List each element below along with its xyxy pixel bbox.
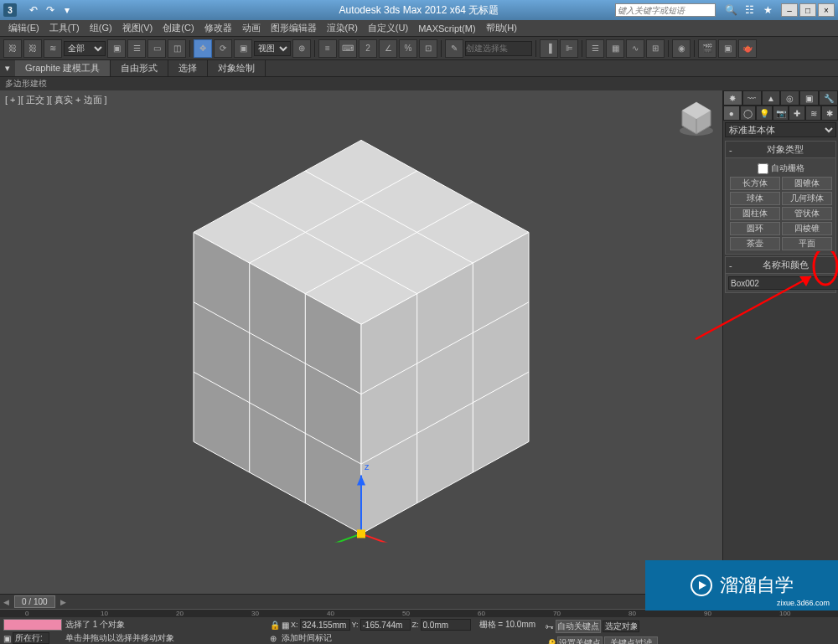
current-row-input[interactable] xyxy=(13,632,49,644)
redo-icon[interactable]: ↷ xyxy=(44,3,57,17)
select-object-btn[interactable]: ▣ xyxy=(107,39,126,58)
category-dropdown[interactable]: 标准基本体 xyxy=(725,122,836,137)
snap-percent-btn[interactable]: % xyxy=(399,39,417,58)
modify-tab[interactable]: 〰 xyxy=(742,90,762,106)
layer-manager-btn[interactable]: ☰ xyxy=(586,39,604,58)
edit-named-sel-btn[interactable]: ✎ xyxy=(445,39,463,58)
shapes-subtab[interactable]: ◯ xyxy=(740,106,757,121)
systems-subtab[interactable]: ✱ xyxy=(821,106,838,121)
y-coord-input[interactable] xyxy=(360,619,411,631)
menu-group[interactable]: 组(G) xyxy=(85,20,117,36)
tab-graphite[interactable]: Graphite 建模工具 xyxy=(15,60,111,76)
motion-tab[interactable]: ◎ xyxy=(780,90,799,106)
close-button[interactable]: × xyxy=(818,3,835,17)
prim-pyramid[interactable]: 四棱锥 xyxy=(782,222,832,235)
rendered-frame-btn[interactable]: ▣ xyxy=(718,39,737,58)
selection-region-btn[interactable]: ▭ xyxy=(147,39,166,58)
object-name-input[interactable] xyxy=(728,276,838,290)
keyfilter-button[interactable]: 关键点过滤器... xyxy=(604,636,658,644)
comm-center-icon[interactable]: ☷ xyxy=(742,3,756,17)
spacewarps-subtab[interactable]: ≋ xyxy=(805,106,822,121)
named-selection-input[interactable] xyxy=(465,41,532,56)
select-scale-btn[interactable]: ▣ xyxy=(234,39,252,58)
material-editor-btn[interactable]: ◉ xyxy=(672,39,691,58)
cameras-subtab[interactable]: 📷 xyxy=(773,106,789,121)
prim-teapot[interactable]: 茶壶 xyxy=(730,237,780,250)
scene-object-box[interactable]: z x y xyxy=(168,131,554,544)
select-rotate-btn[interactable]: ⟳ xyxy=(214,39,232,58)
menu-customize[interactable]: 自定义(U) xyxy=(363,20,413,36)
prim-plane[interactable]: 平面 xyxy=(782,237,832,250)
window-crossing-toggle[interactable]: ◫ xyxy=(168,39,186,58)
ribbon-expand-icon[interactable]: ▾ xyxy=(0,61,15,75)
search-icon[interactable]: 🔍 xyxy=(724,3,737,17)
lights-subtab[interactable]: 💡 xyxy=(756,106,773,121)
mirror-btn[interactable]: ▐ xyxy=(540,39,558,58)
render-production-btn[interactable]: 🫖 xyxy=(738,39,757,58)
menu-maxscript[interactable]: MAXScript(M) xyxy=(413,22,480,35)
curve-editor-btn[interactable]: ∿ xyxy=(626,39,644,58)
menu-help[interactable]: 帮助(H) xyxy=(481,20,522,36)
select-move-btn[interactable]: ✥ xyxy=(194,39,212,58)
display-tab[interactable]: ▣ xyxy=(799,90,819,106)
prim-torus[interactable]: 圆环 xyxy=(730,222,780,235)
helpers-subtab[interactable]: ✚ xyxy=(789,106,805,121)
tab-selection[interactable]: 选择 xyxy=(168,60,208,76)
mini-listener-icon[interactable]: ▣ xyxy=(3,634,11,643)
link-icon[interactable]: ▾ xyxy=(60,3,74,17)
viewport[interactable]: [ + ][ 正交 ][ 真实 + 边面 ] xyxy=(0,90,722,626)
timemark-icon[interactable]: ⊕ xyxy=(270,634,277,643)
undo-icon[interactable]: ↶ xyxy=(27,3,40,17)
prim-sphere[interactable]: 球体 xyxy=(730,192,780,205)
autokey-button[interactable]: 自动关键点 xyxy=(556,620,601,633)
manipulate-btn[interactable]: ≡ xyxy=(318,39,337,58)
time-handle[interactable]: 0 / 100 xyxy=(14,595,55,608)
menu-rendering[interactable]: 渲染(R) xyxy=(322,20,363,36)
z-coord-input[interactable] xyxy=(421,619,471,631)
minimize-button[interactable]: – xyxy=(781,3,798,17)
tab-object-paint[interactable]: 对象绘制 xyxy=(208,60,266,76)
prim-cone[interactable]: 圆锥体 xyxy=(782,177,832,190)
setkey-button[interactable]: 设置关键点 xyxy=(557,636,603,644)
render-setup-btn[interactable]: 🎬 xyxy=(698,39,716,58)
create-tab[interactable]: ✸ xyxy=(723,90,742,106)
bind-space-warp-btn[interactable]: ≋ xyxy=(44,39,62,58)
hierarchy-tab[interactable]: ▲ xyxy=(762,90,781,106)
snap-2d-btn[interactable]: 2 xyxy=(359,39,377,58)
tab-freeform[interactable]: 自由形式 xyxy=(111,60,168,76)
menu-animation[interactable]: 动画 xyxy=(237,20,266,36)
keyfilter-selected-input[interactable] xyxy=(603,621,639,632)
restore-button[interactable]: □ xyxy=(799,3,816,17)
geometry-subtab[interactable]: ● xyxy=(723,106,740,121)
panel-polymodel[interactable]: 多边形建模 xyxy=(5,78,47,90)
lock-icon[interactable]: 🔒 xyxy=(270,621,280,630)
unlink-btn[interactable]: ⛓ xyxy=(23,39,42,58)
ref-coord-dropdown[interactable]: 视图 xyxy=(254,41,291,56)
menu-edit[interactable]: 编辑(E) xyxy=(3,20,44,36)
graphite-btn[interactable]: ▦ xyxy=(606,39,624,58)
schematic-view-btn[interactable]: ⊞ xyxy=(646,39,665,58)
pivot-btn[interactable]: ⊕ xyxy=(292,39,311,58)
app-logo[interactable]: 3 xyxy=(3,3,17,17)
key-mode-icon[interactable]: 🗝 xyxy=(546,622,554,631)
link-btn[interactable]: ⛓ xyxy=(3,39,22,58)
utilities-tab[interactable]: 🔧 xyxy=(819,90,838,106)
setkey-icon[interactable]: 🔑 xyxy=(546,639,556,645)
prim-geosphere[interactable]: 几何球体 xyxy=(782,192,832,205)
menu-modifiers[interactable]: 修改器 xyxy=(199,20,237,36)
selection-filter-dropdown[interactable]: 全部 xyxy=(64,41,106,56)
prim-cylinder[interactable]: 圆柱体 xyxy=(730,207,780,220)
menu-tools[interactable]: 工具(T) xyxy=(44,20,85,36)
script-listener[interactable] xyxy=(3,619,62,631)
snap-angle-btn[interactable]: ∠ xyxy=(379,39,397,58)
name-color-header[interactable]: -名称和颜色 xyxy=(725,256,836,274)
coord-mode-icon[interactable]: ▦ xyxy=(282,621,289,630)
object-type-header[interactable]: -对象类型 xyxy=(725,141,836,158)
prim-box[interactable]: 长方体 xyxy=(730,177,780,190)
favorites-icon[interactable]: ★ xyxy=(761,3,774,17)
align-btn[interactable]: ⊫ xyxy=(560,39,578,58)
spinner-snap-btn[interactable]: ⊡ xyxy=(419,39,437,58)
viewcube[interactable] xyxy=(675,95,717,137)
viewport-label[interactable]: [ + ][ 正交 ][ 真实 + 边面 ] xyxy=(5,94,107,106)
add-time-tag[interactable]: 添加时间标记 xyxy=(282,632,332,644)
